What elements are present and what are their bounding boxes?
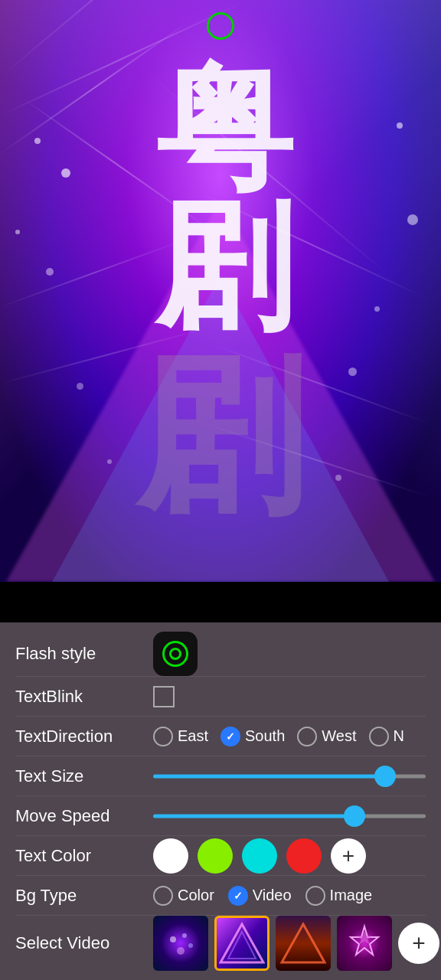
dot <box>107 459 112 464</box>
dot <box>397 122 403 129</box>
text-direction-label: TextDirection <box>15 727 153 746</box>
dot <box>348 368 357 376</box>
video-thumb-2[interactable] <box>214 916 270 971</box>
thumb3-overlay <box>276 916 331 971</box>
text-color-row: Text Color + <box>15 836 426 876</box>
bg-type-color-label: Color <box>178 887 214 904</box>
bg-type-row: Bg Type Color Video Image <box>15 876 426 916</box>
color-swatch-red[interactable] <box>286 838 322 874</box>
svg-point-0 <box>170 936 176 942</box>
color-swatches-group: + <box>153 838 366 874</box>
bg-type-video[interactable]: Video <box>228 886 292 906</box>
dot <box>335 475 341 481</box>
direction-north[interactable]: N <box>369 727 404 746</box>
direction-north-radio[interactable] <box>369 727 389 746</box>
bg-type-group: Color Video Image <box>153 886 372 906</box>
text-direction-row: TextDirection East South West N <box>15 717 426 756</box>
bg-type-image-radio[interactable] <box>305 886 325 906</box>
move-speed-track <box>153 814 426 818</box>
green-circle-indicator <box>207 12 234 40</box>
direction-south-radio[interactable] <box>220 727 240 746</box>
bg-type-video-radio[interactable] <box>228 886 248 906</box>
dot <box>77 383 83 390</box>
direction-east-label: East <box>178 727 208 745</box>
svg-marker-4 <box>220 924 263 962</box>
flash-icon <box>162 641 188 667</box>
dot <box>34 138 41 144</box>
flash-icon-inner <box>169 648 181 660</box>
thumb4-overlay <box>337 916 392 971</box>
bg-type-image[interactable]: Image <box>305 886 373 906</box>
bg-type-video-label: Video <box>253 887 292 904</box>
text-blink-row: TextBlink <box>15 677 426 717</box>
direction-west-radio[interactable] <box>297 727 317 746</box>
direction-south-label: South <box>245 727 285 745</box>
bg-type-color-radio[interactable] <box>153 886 173 906</box>
direction-east-radio[interactable] <box>153 727 173 746</box>
video-thumbnails-group: + <box>153 916 439 971</box>
svg-point-2 <box>177 947 185 955</box>
select-video-row: Select Video <box>15 916 426 971</box>
text-size-label: Text Size <box>15 766 153 786</box>
video-thumb-3[interactable] <box>276 916 331 971</box>
video-thumb-4[interactable] <box>337 916 392 971</box>
bg-type-image-label: Image <box>330 887 373 904</box>
add-video-button[interactable]: + <box>398 923 439 964</box>
text-color-label: Text Color <box>15 846 153 866</box>
svg-marker-6 <box>282 924 325 962</box>
dot <box>15 230 20 234</box>
dot <box>61 168 70 178</box>
move-speed-row: Move Speed <box>15 796 426 836</box>
color-swatch-lime[interactable] <box>198 838 233 874</box>
direction-north-label: N <box>394 727 404 745</box>
bg-type-color[interactable]: Color <box>153 886 214 906</box>
flash-style-row: Flash style <box>15 632 426 677</box>
chinese-characters-display: 粤剧 <box>155 61 286 337</box>
flash-style-button[interactable] <box>153 632 198 676</box>
color-swatch-white[interactable] <box>153 838 188 874</box>
svg-marker-8 <box>357 931 372 945</box>
direction-south[interactable]: South <box>220 727 285 746</box>
text-size-slider[interactable] <box>153 773 426 779</box>
video-thumb-1[interactable] <box>153 916 208 971</box>
controls-panel: Flash style TextBlink TextDirection East… <box>0 622 441 980</box>
direction-east[interactable]: East <box>153 727 208 746</box>
move-speed-slider[interactable] <box>153 813 426 819</box>
direction-west[interactable]: West <box>297 727 356 746</box>
svg-point-1 <box>182 933 187 938</box>
dot <box>374 306 380 312</box>
svg-marker-5 <box>228 932 256 959</box>
text-blink-checkbox[interactable] <box>153 686 175 707</box>
move-speed-thumb[interactable] <box>344 805 365 827</box>
direction-west-label: West <box>322 727 356 745</box>
flash-style-label: Flash style <box>15 644 153 664</box>
dot <box>46 268 54 276</box>
dot <box>407 214 418 225</box>
move-speed-label: Move Speed <box>15 806 153 826</box>
text-direction-group: East South West N <box>153 727 404 746</box>
thumb2-overlay <box>217 918 267 969</box>
text-size-row: Text Size <box>15 756 426 796</box>
svg-point-3 <box>188 943 193 948</box>
select-video-label: Select Video <box>15 933 153 953</box>
thumb1-overlay <box>153 916 208 971</box>
text-blink-label: TextBlink <box>15 687 153 707</box>
bg-type-label: Bg Type <box>15 886 153 906</box>
text-size-thumb[interactable] <box>374 766 396 787</box>
add-color-button[interactable]: + <box>331 838 366 874</box>
video-background: 粤剧 <box>0 0 441 582</box>
color-swatch-cyan[interactable] <box>242 838 277 874</box>
